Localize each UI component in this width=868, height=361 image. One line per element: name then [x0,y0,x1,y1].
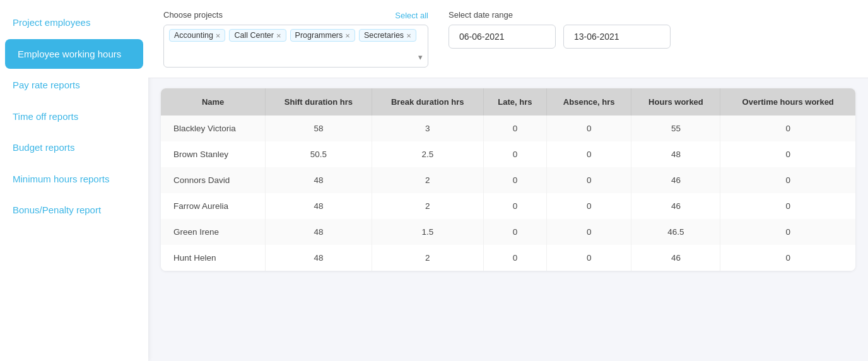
projects-filter-section: Choose projects Select all Accounting ×C… [163,10,428,68]
sidebar-item-minimum-hours-reports[interactable]: Minimum hours reports [0,164,148,194]
table-body: Blackley Victoria58300550Brown Stanley50… [161,115,855,271]
table-cell: 0 [484,141,547,167]
table-cell: 0 [484,167,547,193]
col-header: Overtime hours worked [720,88,855,115]
tag-call-center: Call Center × [229,29,286,42]
tag-remove-call-center[interactable]: × [276,32,281,40]
table-cell: 58 [266,115,372,141]
select-all-link[interactable]: Select all [395,11,428,20]
filter-bar: Choose projects Select all Accounting ×C… [148,0,868,78]
table-cell: 0 [484,193,547,219]
table-cell: 48 [266,167,372,193]
col-header: Shift duration hrs [266,88,372,115]
table-header: NameShift duration hrsBreak duration hrs… [161,88,855,115]
sidebar-item-bonus-penalty-report[interactable]: Bonus/Penalty report [0,195,148,225]
employee-name: Brown Stanley [161,141,266,167]
dropdown-arrow-icon: ▾ [418,52,423,62]
table-cell: 0 [484,219,547,245]
projects-label: Choose projects [163,10,223,20]
table-cell: 0 [547,167,632,193]
table-row: Farrow Aurelia48200460 [161,193,855,219]
table-cell: 46.5 [631,219,720,245]
col-header: Late, hrs [484,88,547,115]
tag-secretaries: Secretaries × [359,29,416,42]
table-cell: 48 [266,219,372,245]
tag-remove-secretaries[interactable]: × [406,32,411,40]
date-to-input[interactable] [563,25,671,49]
table-cell: 50.5 [266,141,372,167]
sidebar-item-time-off-reports[interactable]: Time off reports [0,102,148,132]
table-row: Connors David48200460 [161,167,855,193]
col-header: Break duration hrs [372,88,484,115]
table-cell: 0 [720,141,855,167]
tag-programmers: Programmers × [290,29,355,42]
table-cell: 0 [720,167,855,193]
main-content: Choose projects Select all Accounting ×C… [148,0,868,361]
table-cell: 55 [631,115,720,141]
table-cell: 0 [720,193,855,219]
table-cell: 0 [547,141,632,167]
table-row: Green Irene481.50046.50 [161,219,855,245]
employee-name: Farrow Aurelia [161,193,266,219]
date-from-input[interactable] [449,25,556,49]
table-cell: 2 [372,193,484,219]
table-cell: 0 [547,115,632,141]
sidebar-item-pay-rate-reports[interactable]: Pay rate reports [0,70,148,100]
table-cell: 0 [720,219,855,245]
date-range-section: Select date range [449,10,671,49]
table-cell: 0 [720,245,855,271]
table-cell: 0 [484,245,547,271]
col-header: Name [161,88,266,115]
sidebar: Project employeesEmployee working hoursP… [0,0,148,361]
date-inputs [449,25,671,49]
table-cell: 0 [547,219,632,245]
tag-remove-programmers[interactable]: × [345,32,350,40]
table-header-row: NameShift duration hrsBreak duration hrs… [161,88,855,115]
table-cell: 2 [372,167,484,193]
employee-name: Hunt Helen [161,245,266,271]
table-cell: 46 [631,193,720,219]
date-range-label: Select date range [449,10,671,20]
table-row: Brown Stanley50.52.500480 [161,141,855,167]
table-cell: 46 [631,167,720,193]
sidebar-item-employee-working-hours[interactable]: Employee working hours [5,39,143,69]
table-cell: 2 [372,245,484,271]
table-cell: 3 [372,115,484,141]
table-cell: 46 [631,245,720,271]
table-cell: 0 [484,115,547,141]
table-area: NameShift duration hrsBreak duration hrs… [148,78,868,361]
table-cell: 1.5 [372,219,484,245]
table-cell: 0 [547,245,632,271]
col-header: Hours worked [631,88,720,115]
table-cell: 48 [631,141,720,167]
working-hours-table: NameShift duration hrsBreak duration hrs… [161,88,855,271]
tag-remove-accounting[interactable]: × [216,32,221,40]
projects-dropdown[interactable]: Accounting ×Call Center ×Programmers ×Se… [163,25,428,68]
tag-accounting: Accounting × [169,29,225,42]
employee-name: Green Irene [161,219,266,245]
table-cell: 2.5 [372,141,484,167]
table-cell: 48 [266,193,372,219]
employee-name: Blackley Victoria [161,115,266,141]
table-cell: 0 [720,115,855,141]
projects-header: Choose projects Select all [163,10,428,21]
sidebar-item-project-employees[interactable]: Project employees [0,8,148,38]
sidebar-item-budget-reports[interactable]: Budget reports [0,133,148,163]
table-row: Hunt Helen48200460 [161,245,855,271]
employee-name: Connors David [161,167,266,193]
col-header: Absence, hrs [547,88,632,115]
table-cell: 0 [547,193,632,219]
table-cell: 48 [266,245,372,271]
table-row: Blackley Victoria58300550 [161,115,855,141]
